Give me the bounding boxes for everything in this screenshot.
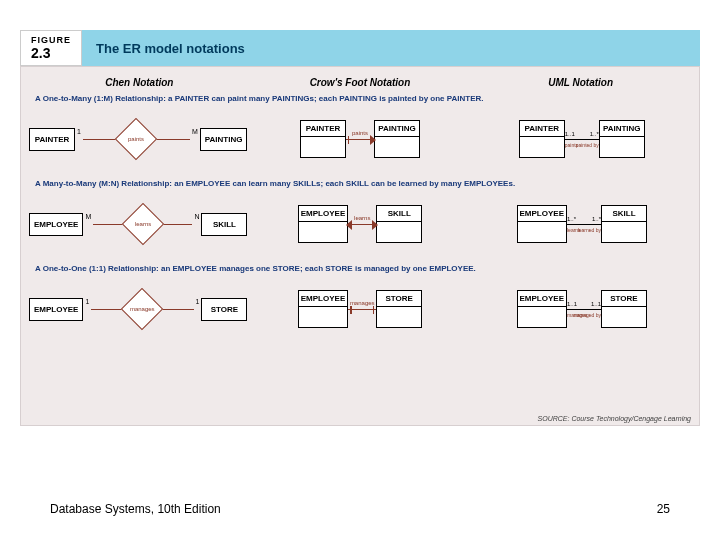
entity-header: EMPLOYEE [299, 291, 347, 307]
entity-header: SKILL [602, 206, 646, 222]
entity-box: EMPLOYEE [29, 213, 83, 236]
entity-box: EMPLOYEE [298, 205, 348, 243]
col-chen: Chen Notation [30, 77, 248, 88]
entity-box: STORE [601, 290, 647, 328]
diagram-row: PAINTER 1 paints M PAINTING PAINTER pain… [29, 109, 691, 169]
entity-header: EMPLOYEE [518, 206, 566, 222]
relationship-diamond: learns [122, 203, 164, 245]
cardinality: 1 [194, 298, 202, 305]
chen-cell: PAINTER 1 paints M PAINTING [29, 109, 247, 169]
col-uml: UML Notation [471, 77, 689, 88]
uml-cardinality: 1..* [592, 216, 601, 222]
entity-box: EMPLOYEE [517, 205, 567, 243]
crow-cell: EMPLOYEE learns SKILL [251, 194, 469, 254]
col-crow: Crow's Foot Notation [251, 77, 469, 88]
entity-box: SKILL [201, 213, 247, 236]
crow-cell: EMPLOYEE manages STORE [251, 279, 469, 339]
crow-cell: PAINTER paints PAINTING [251, 109, 469, 169]
cardinality: N [192, 213, 201, 220]
entity-header: PAINTER [520, 121, 564, 137]
entity-box: SKILL [601, 205, 647, 243]
uml-connector: 1..1 1..1 manages managed by [567, 309, 601, 310]
entity-box: STORE [376, 290, 422, 328]
chen-cell: EMPLOYEE 1 manages 1 STORE [29, 279, 247, 339]
cardinality: 1 [83, 298, 91, 305]
chen-cell: EMPLOYEE M learns N SKILL [29, 194, 247, 254]
entity-box: EMPLOYEE [29, 298, 83, 321]
entity-box: PAINTER [29, 128, 75, 151]
entity-box: STORE [201, 298, 247, 321]
entity-header: PAINTING [375, 121, 419, 137]
entity-header: EMPLOYEE [299, 206, 347, 222]
uml-cell: EMPLOYEE 1..* 1..* learns learned by SKI… [473, 194, 691, 254]
figure-title: The ER model notations [82, 30, 700, 66]
entity-header: PAINTING [600, 121, 644, 137]
crow-connector: manages [348, 309, 376, 310]
entity-box: PAINTER [519, 120, 565, 158]
figure-header: FIGURE 2.3 The ER model notations [20, 30, 700, 66]
entity-box: PAINTING [599, 120, 645, 158]
uml-role: managed by [573, 312, 601, 318]
cardinality: M [190, 128, 200, 135]
diagram-area: Chen Notation Crow's Foot Notation UML N… [20, 66, 700, 426]
entity-header: SKILL [377, 206, 421, 222]
page-number: 25 [657, 502, 670, 516]
uml-cardinality: 1..1 [567, 301, 577, 307]
relationship-diamond: paints [115, 118, 157, 160]
crow-connector: learns [348, 224, 376, 225]
column-headers: Chen Notation Crow's Foot Notation UML N… [29, 77, 691, 88]
uml-connector: 1..1 1..* paints painted by [565, 139, 599, 140]
relationship-description: A Many-to-Many (M:N) Relationship: an EM… [35, 179, 691, 188]
entity-box: PAINTING [374, 120, 420, 158]
uml-cell: PAINTER 1..1 1..* paints painted by PAIN… [473, 109, 691, 169]
entity-header: EMPLOYEE [518, 291, 566, 307]
cardinality: M [83, 213, 93, 220]
figure-number-box: FIGURE 2.3 [20, 30, 82, 66]
uml-cardinality: 1..* [590, 131, 599, 137]
relationship-label: paints [352, 130, 368, 136]
entity-box: SKILL [376, 205, 422, 243]
relationship-label: learns [354, 215, 370, 221]
source-attribution: SOURCE: Course Technology/Cengage Learni… [538, 415, 691, 422]
figure-label: FIGURE [31, 35, 71, 45]
entity-box: EMPLOYEE [517, 290, 567, 328]
entity-box: PAINTING [200, 128, 248, 151]
entity-header: PAINTER [301, 121, 345, 137]
book-title: Database Systems, 10th Edition [50, 502, 221, 516]
uml-cardinality: 1..* [567, 216, 576, 222]
uml-role: learned by [578, 227, 601, 233]
relationship-label: manages [130, 306, 155, 312]
cardinality: 1 [75, 128, 83, 135]
entity-header: STORE [602, 291, 646, 307]
relationship-label: manages [350, 300, 375, 306]
page-footer: Database Systems, 10th Edition 25 [50, 502, 670, 516]
crow-connector: paints [346, 139, 374, 140]
uml-role: painted by [576, 142, 599, 148]
relationship-label: learns [135, 221, 151, 227]
entity-box: EMPLOYEE [298, 290, 348, 328]
uml-connector: 1..* 1..* learns learned by [567, 224, 601, 225]
figure-number: 2.3 [31, 45, 71, 61]
relationship-diamond: manages [121, 288, 163, 330]
entity-header: STORE [377, 291, 421, 307]
uml-cell: EMPLOYEE 1..1 1..1 manages managed by ST… [473, 279, 691, 339]
uml-cardinality: 1..1 [565, 131, 575, 137]
relationship-description: A One-to-One (1:1) Relationship: an EMPL… [35, 264, 691, 273]
relationship-label: paints [128, 136, 144, 142]
diagram-row: EMPLOYEE M learns N SKILL EMPLOYEE learn… [29, 194, 691, 254]
uml-cardinality: 1..1 [591, 301, 601, 307]
entity-box: PAINTER [300, 120, 346, 158]
relationship-description: A One-to-Many (1:M) Relationship: a PAIN… [35, 94, 691, 103]
diagram-row: EMPLOYEE 1 manages 1 STORE EMPLOYEE mana… [29, 279, 691, 339]
